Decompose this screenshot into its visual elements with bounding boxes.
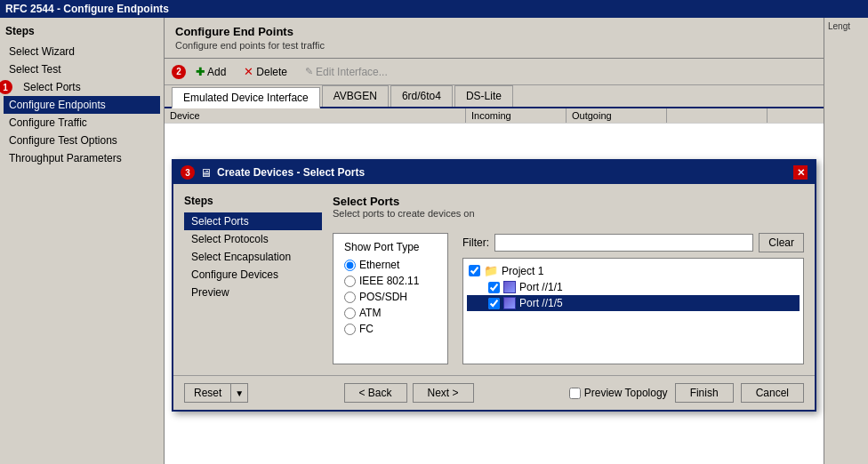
reset-dropdown-button[interactable]: ▼ [230, 383, 248, 403]
modal-body: Steps Select Ports Select Protocols Sele… [173, 184, 815, 375]
sidebar-item-label: Throughput Parameters [9, 152, 122, 164]
delete-icon: ✕ [244, 65, 253, 78]
sidebar-item-label: Configure Endpoints [9, 99, 106, 111]
port-tree: 📁 Project 1 Port //1/1 [462, 258, 804, 364]
filter-label: Filter: [462, 236, 489, 249]
radio-ethernet-input[interactable] [344, 260, 356, 271]
delete-button[interactable]: ✕ Delete [236, 62, 295, 81]
sidebar-item-label: Select Ports [23, 81, 81, 93]
col-incoming: Incoming [466, 108, 567, 123]
modal-titlebar: 3 🖥 Create Devices - Select Ports ✕ [173, 161, 815, 184]
radio-pos-sdh[interactable]: POS/SDH [344, 291, 437, 303]
radio-atm[interactable]: ATM [344, 307, 437, 319]
step-badge-1: 1 [0, 80, 12, 94]
radio-ieee80211-input[interactable] [344, 276, 356, 287]
radio-fc-input[interactable] [344, 324, 356, 335]
radio-atm-label: ATM [359, 307, 381, 319]
port-icon-1-5 [503, 297, 516, 309]
sidebar-item-configure-test-options[interactable]: Configure Test Options [4, 132, 160, 149]
port-type-group: Show Port Type Ethernet IEEE 802.11 [333, 233, 448, 364]
sidebar-item-label: Select Test [9, 63, 60, 76]
next-button[interactable]: Next > [413, 383, 474, 403]
modal-steps-title: Steps [184, 195, 322, 207]
step-badge-2: 2 [172, 65, 186, 79]
tree-checkbox-project1[interactable] [469, 265, 480, 276]
select-ports-title: Select Ports [333, 195, 804, 208]
radio-ieee80211-label: IEEE 802.11 [359, 275, 419, 287]
tree-item-port1-5[interactable]: Port //1/5 [467, 295, 800, 311]
radio-ethernet[interactable]: Ethernet [344, 259, 437, 271]
tree-checkbox-port1-1[interactable] [488, 282, 500, 293]
tree-item-label: Port //1/5 [519, 297, 563, 309]
edit-label: Edit Interface... [316, 66, 388, 78]
preview-topology-label: Preview Topology [584, 387, 668, 399]
title-text: RFC 2544 - Configure Endpoints [5, 3, 169, 15]
modal-footer: Reset ▼ < Back Next > Preview Topology [173, 375, 815, 410]
preview-topology-checkbox-label[interactable]: Preview Topology [569, 387, 668, 399]
finish-button[interactable]: Finish [675, 383, 734, 403]
tab-6rd6to4[interactable]: 6rd/6to4 [390, 85, 453, 107]
main-content: Configure End Points Configure end point… [165, 18, 868, 464]
modal-right-content: Select Ports Select ports to create devi… [333, 195, 804, 364]
col-outgoing: Outgoing [567, 108, 667, 123]
sidebar-item-select-ports[interactable]: 1 Select Ports [4, 78, 160, 96]
select-ports-header: Select Ports Select ports to create devi… [333, 195, 804, 224]
select-ports-subtitle: Select ports to create devices on [333, 208, 804, 219]
clear-button[interactable]: Clear [759, 233, 804, 252]
delete-label: Delete [256, 66, 287, 78]
edit-interface-button[interactable]: ✎ Edit Interface... [297, 63, 396, 81]
sidebar-item-select-wizard[interactable]: Select Wizard [4, 43, 160, 60]
panel-subtitle: Configure end points for test traffic [175, 40, 857, 51]
reset-btn-container: Reset ▼ [184, 383, 248, 403]
modal-step-select-protocols[interactable]: Select Protocols [184, 230, 322, 248]
radio-pos-sdh-label: POS/SDH [359, 291, 407, 303]
tree-checkbox-port1-5[interactable] [488, 298, 500, 309]
radio-fc[interactable]: FC [344, 323, 437, 335]
footer-center: < Back Next > [344, 383, 474, 403]
sidebar-item-label: Configure Traffic [9, 116, 87, 129]
cancel-button[interactable]: Cancel [741, 383, 804, 403]
modal-step-select-encapsulation[interactable]: Select Encapsulation [184, 248, 322, 266]
title-bar: RFC 2544 - Configure Endpoints [0, 0, 868, 18]
sidebar-item-throughput-parameters[interactable]: Throughput Parameters [4, 149, 160, 167]
modal-step-preview[interactable]: Preview [184, 284, 322, 301]
tree-item-port1-1[interactable]: Port //1/1 [467, 279, 800, 295]
radio-atm-input[interactable] [344, 308, 356, 319]
tree-item-label: Project 1 [502, 265, 543, 277]
back-button[interactable]: < Back [344, 383, 407, 403]
tree-item-project1[interactable]: 📁 Project 1 [467, 262, 800, 279]
col-empty1 [667, 108, 768, 123]
radio-ethernet-label: Ethernet [359, 259, 399, 271]
top-panel: Configure End Points Configure end point… [165, 18, 868, 59]
radio-fc-label: FC [359, 323, 374, 335]
filter-row: Filter: Clear [462, 233, 804, 252]
sidebar-item-configure-traffic[interactable]: Configure Traffic [4, 114, 160, 132]
sidebar-item-label: Configure Test Options [9, 134, 117, 147]
reset-button[interactable]: Reset [184, 383, 230, 403]
tab-avbgen[interactable]: AVBGEN [322, 85, 389, 107]
add-icon: ✚ [196, 66, 205, 78]
modal-close-button[interactable]: ✕ [793, 165, 808, 180]
modal-title-content: 3 🖥 Create Devices - Select Ports [181, 165, 365, 180]
tab-ds-lite[interactable]: DS-Lite [454, 85, 513, 107]
filter-input[interactable] [494, 234, 753, 252]
radio-pos-sdh-input[interactable] [344, 292, 356, 303]
sidebar-item-configure-endpoints[interactable]: Configure Endpoints [4, 96, 160, 114]
add-button[interactable]: ✚ Add [188, 63, 234, 81]
port-config-area: Show Port Type Ethernet IEEE 802.11 [333, 233, 804, 364]
modal-step-badge: 3 [181, 165, 195, 180]
tab-emulated-device-interface[interactable]: Emulated Device Interface [172, 87, 320, 108]
port-icon-1-1 [503, 281, 516, 293]
modal-step-configure-devices[interactable]: Configure Devices [184, 266, 322, 284]
sidebar-item-select-test[interactable]: Select Test [4, 60, 160, 78]
sidebar: Steps Select Wizard Select Test 1 Select… [0, 18, 165, 464]
radio-ieee80211[interactable]: IEEE 802.11 [344, 275, 437, 287]
toolbar: 2 ✚ Add ✕ Delete ✎ Edit Interface... [165, 59, 868, 85]
filter-tree-area: Filter: Clear 📁 Project 1 [462, 233, 804, 364]
tabs-bar: Emulated Device Interface AVBGEN 6rd/6to… [165, 85, 868, 108]
preview-topology-checkbox[interactable] [569, 388, 581, 399]
port-type-title: Show Port Type [344, 241, 437, 253]
modal-step-select-ports[interactable]: Select Ports [184, 212, 322, 230]
modal-title-text: Create Devices - Select Ports [217, 166, 365, 179]
footer-left: Reset ▼ [184, 383, 248, 403]
